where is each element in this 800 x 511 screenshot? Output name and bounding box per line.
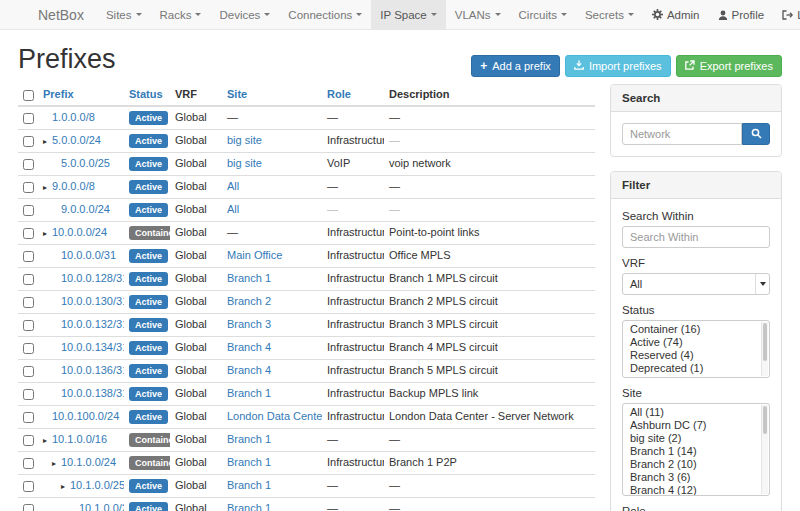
nav-item-devices[interactable]: Devices <box>210 0 279 29</box>
site-link[interactable]: All <box>227 180 239 192</box>
nav-item-log-out[interactable]: Log out <box>773 0 800 29</box>
search-button[interactable] <box>742 123 770 145</box>
listbox-option[interactable]: Reserved (4) <box>623 349 769 362</box>
column-sort-link[interactable]: Role <box>327 88 351 100</box>
site-link[interactable]: Branch 4 <box>227 341 271 353</box>
prefix-link[interactable]: 10.0.0.134/31 <box>61 341 124 353</box>
nav-item-sites[interactable]: Sites <box>97 0 151 29</box>
row-checkbox[interactable] <box>23 412 34 423</box>
prefix-link[interactable]: 10.0.0.138/31 <box>61 387 124 399</box>
nav-item-admin[interactable]: Admin <box>643 0 709 29</box>
row-checkbox[interactable] <box>23 205 34 216</box>
row-checkbox[interactable] <box>23 343 34 354</box>
prefix-link[interactable]: 10.1.0.0/16 <box>52 433 107 445</box>
column-sort-link[interactable]: Status <box>129 88 163 100</box>
scrollbar[interactable] <box>761 405 768 494</box>
site-link[interactable]: Branch 1 <box>227 479 271 491</box>
nav-item-profile[interactable]: Profile <box>709 0 774 29</box>
site-link[interactable]: Branch 1 <box>227 387 271 399</box>
listbox-option[interactable]: Branch 1 (14) <box>623 445 769 458</box>
site-link[interactable]: big site <box>227 157 262 169</box>
prefix-link[interactable]: 5.0.0.0/25 <box>61 157 110 169</box>
vrf-select[interactable]: All <box>622 273 770 295</box>
site-link[interactable]: big site <box>227 134 262 146</box>
column-header-prefix[interactable]: Prefix <box>38 84 124 106</box>
listbox-option[interactable]: big site (2) <box>623 432 769 445</box>
search-input[interactable] <box>622 123 742 145</box>
site-empty: — <box>227 226 238 238</box>
prefix-link[interactable]: 10.0.0.0/24 <box>52 226 107 238</box>
row-checkbox[interactable] <box>23 297 34 308</box>
prefix-link[interactable]: 10.1.0.0/24 <box>61 456 116 468</box>
prefix-link[interactable]: 10.0.100.0/24 <box>52 410 119 422</box>
site-link[interactable]: London Data Center <box>227 410 322 422</box>
site-link[interactable]: Branch 2 <box>227 295 271 307</box>
row-checkbox[interactable] <box>23 182 34 193</box>
site-listbox[interactable]: All (11)Ashburn DC (7)big site (2)Branch… <box>622 403 770 496</box>
prefix-link[interactable]: 5.0.0.0/24 <box>52 134 101 146</box>
row-select-cell <box>18 221 38 244</box>
listbox-option[interactable]: Branch 4 (12) <box>623 484 769 496</box>
site-link[interactable]: Main Office <box>227 249 282 261</box>
listbox-option[interactable]: Deprecated (1) <box>623 362 769 375</box>
role-cell: — <box>322 106 384 130</box>
prefix-link[interactable]: 10.0.0.130/31 <box>61 295 124 307</box>
row-checkbox[interactable] <box>23 435 34 446</box>
prefix-link[interactable]: 10.0.0.128/31 <box>61 272 124 284</box>
prefix-link[interactable]: 1.0.0.0/8 <box>52 111 95 123</box>
row-checkbox[interactable] <box>23 320 34 331</box>
row-checkbox[interactable] <box>23 136 34 147</box>
brand-link[interactable]: NetBox <box>38 0 97 29</box>
row-checkbox[interactable] <box>23 504 34 511</box>
search-within-input[interactable] <box>622 226 770 248</box>
prefix-link[interactable]: 10.0.0.0/31 <box>61 249 116 261</box>
listbox-option[interactable]: Ashburn DC (7) <box>623 419 769 432</box>
status-listbox[interactable]: Container (16)Active (74)Reserved (4)Dep… <box>622 320 770 378</box>
prefix-link[interactable]: 9.0.0.0/8 <box>52 180 95 192</box>
column-header-site[interactable]: Site <box>222 84 322 106</box>
row-checkbox[interactable] <box>23 389 34 400</box>
column-header-role[interactable]: Role <box>322 84 384 106</box>
row-checkbox[interactable] <box>23 274 34 285</box>
row-checkbox[interactable] <box>23 159 34 170</box>
nav-item-circuits[interactable]: Circuits <box>510 0 576 29</box>
listbox-option[interactable]: All (11) <box>623 406 769 419</box>
role-value: — <box>327 479 338 491</box>
site-link[interactable]: Branch 1 <box>227 433 271 445</box>
prefix-link[interactable]: 10.1.0.0/25 <box>70 479 124 491</box>
export-prefixes-button[interactable]: Export prefixes <box>676 55 782 77</box>
site-link[interactable]: All <box>227 203 239 215</box>
column-header-status[interactable]: Status <box>124 84 170 106</box>
site-link[interactable]: Branch 4 <box>227 364 271 376</box>
prefix-link[interactable]: 9.0.0.0/24 <box>61 203 110 215</box>
row-checkbox[interactable] <box>23 458 34 469</box>
listbox-option[interactable]: Container (16) <box>623 323 769 336</box>
site-link[interactable]: Branch 3 <box>227 318 271 330</box>
prefix-link[interactable]: 10.1.0.0/26 <box>79 502 124 511</box>
import-prefixes-button[interactable]: Import prefixes <box>565 55 671 77</box>
nav-item-secrets[interactable]: Secrets <box>576 0 643 29</box>
listbox-option[interactable]: Branch 2 (10) <box>623 458 769 471</box>
column-sort-link[interactable]: Prefix <box>43 88 74 100</box>
add-prefix-button[interactable]: + Add a prefix <box>471 55 560 77</box>
row-checkbox[interactable] <box>23 251 34 262</box>
row-checkbox[interactable] <box>23 481 34 492</box>
nav-item-racks[interactable]: Racks <box>151 0 211 29</box>
nav-item-vlans[interactable]: VLANs <box>446 0 510 29</box>
tree-indent <box>43 304 52 305</box>
prefix-link[interactable]: 10.0.0.132/31 <box>61 318 124 330</box>
prefix-link[interactable]: 10.0.0.136/31 <box>61 364 124 376</box>
site-link[interactable]: Branch 1 <box>227 272 271 284</box>
row-checkbox[interactable] <box>23 228 34 239</box>
nav-item-ip-space[interactable]: IP Space <box>371 0 445 29</box>
scrollbar[interactable] <box>761 322 768 376</box>
site-link[interactable]: Branch 1 <box>227 456 271 468</box>
listbox-option[interactable]: Active (74) <box>623 336 769 349</box>
select-all-checkbox[interactable] <box>23 90 34 101</box>
column-sort-link[interactable]: Site <box>227 88 247 100</box>
site-link[interactable]: Branch 1 <box>227 502 271 511</box>
nav-item-connections[interactable]: Connections <box>279 0 371 29</box>
listbox-option[interactable]: Branch 3 (6) <box>623 471 769 484</box>
row-checkbox[interactable] <box>23 113 34 124</box>
row-checkbox[interactable] <box>23 366 34 377</box>
